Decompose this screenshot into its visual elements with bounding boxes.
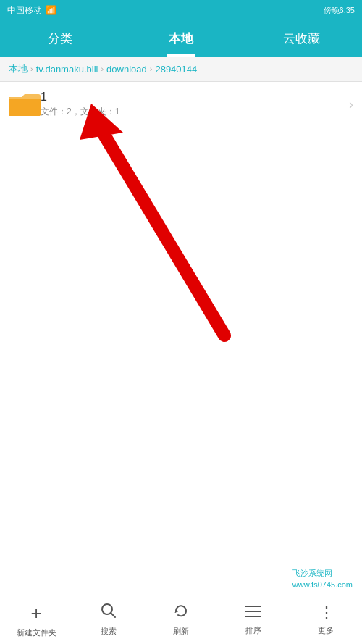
time-display: 傍晚6:35 [324,5,355,16]
breadcrumb-arrow-1: › [30,64,33,73]
tab-classify[interactable]: 分类 [0,20,121,57]
watermark-line1: 飞沙系统网 [292,568,353,579]
carrier-text: 中国移动 [7,4,42,17]
file-info: 1 文件：2，文件夹：1 [41,91,349,118]
nav-refresh[interactable]: 刷新 [145,595,217,644]
status-right: 傍晚6:35 [324,5,355,16]
file-meta: 文件：2，文件夹：1 [41,106,349,118]
annotation-arrow [65,104,253,353]
breadcrumb-tvdanmaku[interactable]: tv.danmaku.bili [36,64,98,75]
nav-new-folder-label: 新建文件夹 [17,627,56,638]
breadcrumb-arrow-3: › [150,64,153,73]
bottom-nav: + 新建文件夹 搜索 刷新 排序 ⋮ [0,595,362,644]
refresh-icon [173,603,189,623]
nav-sort-label: 排序 [245,625,261,636]
folder-icon [9,91,41,117]
search-icon [101,603,117,623]
breadcrumb-local[interactable]: 本地 [9,62,28,75]
watermark: 飞沙系统网 www.fs0745.com [289,566,356,592]
svg-rect-2 [9,99,41,116]
nav-search[interactable]: 搜索 [72,595,145,644]
sort-icon [245,603,261,622]
status-left: 中国移动 📶 [7,4,56,17]
tab-local[interactable]: 本地 [121,20,242,57]
nav-search-label: 搜索 [101,626,117,637]
list-item[interactable]: 1 文件：2，文件夹：1 › [0,82,362,127]
plus-icon: + [30,602,41,624]
nav-sort[interactable]: 排序 [217,595,290,644]
signal-icons: 📶 [46,5,56,15]
tab-bar: 分类 本地 云收藏 [0,20,362,57]
breadcrumb-id[interactable]: 28940144 [155,64,197,75]
status-bar: 中国移动 📶 傍晚6:35 [0,0,362,20]
file-list: 1 文件：2，文件夹：1 › [0,82,362,127]
nav-more[interactable]: ⋮ 更多 [290,595,362,644]
breadcrumb-arrow-2: › [101,64,104,73]
svg-line-7 [111,614,116,618]
main-content: 1 文件：2，文件夹：1 › [0,82,362,593]
breadcrumb: 本地 › tv.danmaku.bili › download › 289401… [0,57,362,82]
nav-more-label: 更多 [318,625,334,636]
watermark-line2: www.fs0745.com [292,580,353,590]
file-name: 1 [41,91,349,104]
nav-new-folder[interactable]: + 新建文件夹 [0,595,72,644]
nav-refresh-label: 刷新 [173,626,189,637]
file-arrow-icon: › [349,97,353,112]
tab-cloud[interactable]: 云收藏 [241,20,362,57]
breadcrumb-download[interactable]: download [106,64,147,75]
more-icon: ⋮ [319,603,334,622]
svg-line-4 [94,118,224,335]
